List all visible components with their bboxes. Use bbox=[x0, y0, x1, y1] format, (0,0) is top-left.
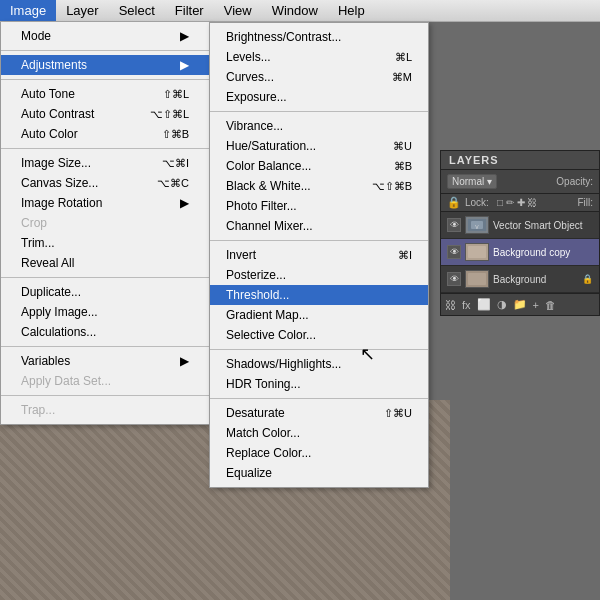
layer-fx-icon[interactable]: fx bbox=[462, 299, 471, 311]
layers-blend-mode-select[interactable]: Normal ▾ bbox=[447, 174, 497, 189]
submenu-item-black-white[interactable]: Black & White... ⌥⇧⌘B bbox=[210, 176, 428, 196]
layer-folder-icon[interactable]: 📁 bbox=[513, 298, 527, 311]
lock-checkboxes: □ ✏ ✚ ⛓ bbox=[497, 197, 537, 208]
menu-item-canvas-size[interactable]: Canvas Size... ⌥⌘C bbox=[1, 173, 209, 193]
menubar-item-view[interactable]: View bbox=[214, 0, 262, 21]
layer-adjustment-icon[interactable]: ◑ bbox=[497, 298, 507, 311]
image-menu-dropdown: Mode ▶ Adjustments ▶ Auto Tone ⇧⌘L Auto … bbox=[0, 22, 210, 425]
submenu-item-levels[interactable]: Levels... ⌘L bbox=[210, 47, 428, 67]
submenu-sep-4 bbox=[210, 398, 428, 399]
submenu-item-photo-filter[interactable]: Photo Filter... bbox=[210, 196, 428, 216]
menu-separator-1 bbox=[1, 50, 209, 51]
svg-rect-6 bbox=[468, 273, 486, 285]
menu-item-adjustments[interactable]: Adjustments ▶ bbox=[1, 55, 209, 75]
submenu-item-invert[interactable]: Invert ⌘I bbox=[210, 245, 428, 265]
layers-options-row: Normal ▾ Opacity: bbox=[441, 170, 599, 194]
menu-item-image-rotation[interactable]: Image Rotation ▶ bbox=[1, 193, 209, 213]
layer-item-bg-copy[interactable]: 👁 Background copy bbox=[441, 239, 599, 266]
submenu-item-equalize[interactable]: Equalize bbox=[210, 463, 428, 483]
menu-item-reveal-all[interactable]: Reveal All bbox=[1, 253, 209, 273]
menu-item-calculations[interactable]: Calculations... bbox=[1, 322, 209, 342]
menu-separator-4 bbox=[1, 277, 209, 278]
lock-icon: 🔒 bbox=[447, 196, 461, 209]
submenu-item-hue-saturation[interactable]: Hue/Saturation... ⌘U bbox=[210, 136, 428, 156]
menu-item-auto-tone[interactable]: Auto Tone ⇧⌘L bbox=[1, 84, 209, 104]
layer-mask-icon[interactable]: ⬜ bbox=[477, 298, 491, 311]
menubar: Image Layer Select Filter View Window He… bbox=[0, 0, 600, 22]
layer-link-icon[interactable]: ⛓ bbox=[445, 299, 456, 311]
menu-item-trap: Trap... bbox=[1, 400, 209, 420]
layers-panel: LAYERS Normal ▾ Opacity: 🔒 Lock: □ ✏ ✚ ⛓… bbox=[440, 150, 600, 316]
menubar-item-help[interactable]: Help bbox=[328, 0, 375, 21]
submenu-item-channel-mixer[interactable]: Channel Mixer... bbox=[210, 216, 428, 236]
menu-item-apply-data-set: Apply Data Set... bbox=[1, 371, 209, 391]
submenu-item-exposure[interactable]: Exposure... bbox=[210, 87, 428, 107]
layer-thumbnail-bg-copy bbox=[465, 243, 489, 261]
layer-visibility-toggle-bg-copy[interactable]: 👁 bbox=[447, 245, 461, 259]
submenu-item-shadows-highlights[interactable]: Shadows/Highlights... bbox=[210, 354, 428, 374]
menubar-item-select[interactable]: Select bbox=[109, 0, 165, 21]
svg-rect-4 bbox=[468, 246, 486, 258]
menu-item-trim[interactable]: Trim... bbox=[1, 233, 209, 253]
layers-fill-label: Fill: bbox=[577, 197, 593, 208]
layer-delete-icon[interactable]: 🗑 bbox=[545, 299, 556, 311]
menu-separator-2 bbox=[1, 79, 209, 80]
layer-item-smart-object[interactable]: 👁 V Vector Smart Object bbox=[441, 212, 599, 239]
menu-item-variables[interactable]: Variables ▶ bbox=[1, 351, 209, 371]
layer-thumbnail-bg bbox=[465, 270, 489, 288]
submenu-item-hdr-toning[interactable]: HDR Toning... bbox=[210, 374, 428, 394]
menu-separator-5 bbox=[1, 346, 209, 347]
menu-item-crop: Crop bbox=[1, 213, 209, 233]
menubar-item-layer[interactable]: Layer bbox=[56, 0, 109, 21]
submenu-item-color-balance[interactable]: Color Balance... ⌘B bbox=[210, 156, 428, 176]
submenu-item-brightness-contrast[interactable]: Brightness/Contrast... bbox=[210, 27, 428, 47]
submenu-item-gradient-map[interactable]: Gradient Map... bbox=[210, 305, 428, 325]
menu-item-mode[interactable]: Mode ▶ bbox=[1, 26, 209, 46]
adjustments-submenu: Brightness/Contrast... Levels... ⌘L Curv… bbox=[209, 22, 429, 488]
menu-item-auto-contrast[interactable]: Auto Contrast ⌥⇧⌘L bbox=[1, 104, 209, 124]
submenu-item-match-color[interactable]: Match Color... bbox=[210, 423, 428, 443]
layer-visibility-toggle-bg[interactable]: 👁 bbox=[447, 272, 461, 286]
layer-item-background[interactable]: 👁 Background 🔒 bbox=[441, 266, 599, 293]
layer-name-bg-copy: Background copy bbox=[493, 247, 593, 258]
layers-panel-header: LAYERS bbox=[441, 151, 599, 170]
submenu-sep-2 bbox=[210, 240, 428, 241]
submenu-item-desaturate[interactable]: Desaturate ⇧⌘U bbox=[210, 403, 428, 423]
menu-item-apply-image[interactable]: Apply Image... bbox=[1, 302, 209, 322]
submenu-item-vibrance[interactable]: Vibrance... bbox=[210, 116, 428, 136]
layer-thumbnail-smart: V bbox=[465, 216, 489, 234]
menu-item-image-size[interactable]: Image Size... ⌥⌘I bbox=[1, 153, 209, 173]
layers-bottom-bar: ⛓ fx ⬜ ◑ 📁 + 🗑 bbox=[441, 293, 599, 315]
submenu-sep-3 bbox=[210, 349, 428, 350]
layers-opacity-label: Opacity: bbox=[556, 176, 593, 187]
menu-item-auto-color[interactable]: Auto Color ⇧⌘B bbox=[1, 124, 209, 144]
layers-lock-row: 🔒 Lock: □ ✏ ✚ ⛓ Fill: bbox=[441, 194, 599, 212]
layer-lock-icon-bg: 🔒 bbox=[582, 274, 593, 284]
submenu-item-selective-color[interactable]: Selective Color... bbox=[210, 325, 428, 345]
menu-item-duplicate[interactable]: Duplicate... bbox=[1, 282, 209, 302]
menu-separator-6 bbox=[1, 395, 209, 396]
menubar-item-window[interactable]: Window bbox=[262, 0, 328, 21]
layer-name-smart-object: Vector Smart Object bbox=[493, 220, 593, 231]
layer-new-icon[interactable]: + bbox=[533, 299, 539, 311]
submenu-sep-1 bbox=[210, 111, 428, 112]
menu-separator-3 bbox=[1, 148, 209, 149]
submenu-item-replace-color[interactable]: Replace Color... bbox=[210, 443, 428, 463]
submenu-item-curves[interactable]: Curves... ⌘M bbox=[210, 67, 428, 87]
layer-name-background: Background bbox=[493, 274, 578, 285]
submenu-item-posterize[interactable]: Posterize... bbox=[210, 265, 428, 285]
layer-visibility-toggle-smart[interactable]: 👁 bbox=[447, 218, 461, 232]
submenu-item-threshold[interactable]: Threshold... bbox=[210, 285, 428, 305]
menubar-item-image[interactable]: Image bbox=[0, 0, 56, 21]
menubar-item-filter[interactable]: Filter bbox=[165, 0, 214, 21]
